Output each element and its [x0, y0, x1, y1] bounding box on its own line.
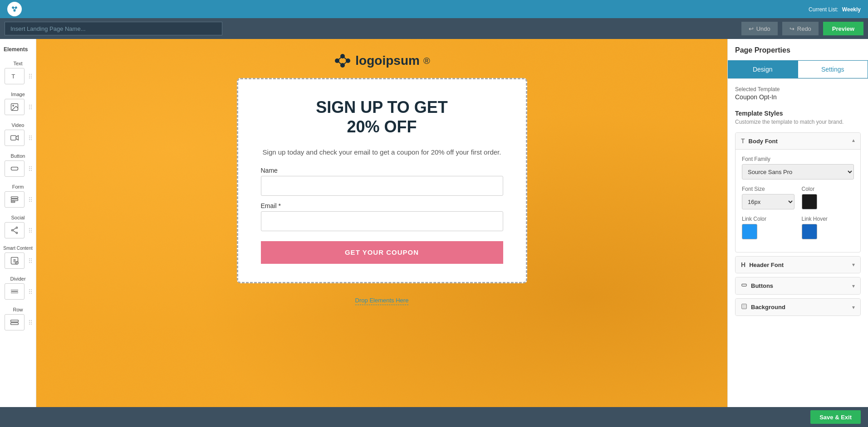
- elements-sidebar: Elements Text T Image Video: [0, 39, 36, 407]
- image-element-icon: [5, 99, 25, 115]
- coupon-subtext: Sign up today and check your email to ge…: [261, 147, 503, 158]
- smart-content-element-icon: [5, 252, 25, 269]
- color-col: Color: [802, 186, 854, 209]
- header-font-icon: H: [741, 261, 745, 268]
- sidebar-item-form[interactable]: Form: [0, 180, 36, 211]
- name-input[interactable]: [261, 176, 503, 196]
- template-styles-sub: Customize the template to match your bra…: [735, 119, 861, 125]
- sidebar-item-social[interactable]: Social: [0, 211, 36, 242]
- drop-zone-text: Drop Elements Here: [355, 297, 409, 305]
- svg-line-33: [343, 61, 348, 65]
- svg-point-15: [11, 229, 13, 231]
- save-exit-button[interactable]: Save & Exit: [810, 410, 861, 424]
- current-list-value: Weekly: [842, 6, 861, 13]
- background-icon: [741, 303, 747, 311]
- logo-text: logoipsum: [355, 53, 420, 68]
- buttons-icon: [741, 282, 747, 290]
- svg-line-17: [13, 228, 16, 230]
- row-element-icon: [5, 314, 25, 330]
- svg-text:T: T: [11, 73, 15, 80]
- undo-icon: ↩: [749, 25, 754, 32]
- undo-button[interactable]: ↩ Undo: [741, 22, 778, 35]
- sidebar-item-image[interactable]: Image: [0, 88, 36, 119]
- redo-button[interactable]: ↪ Redo: [782, 22, 819, 35]
- buttons-header[interactable]: Buttons ▾: [736, 277, 860, 294]
- current-list-label: Current List:: [809, 6, 838, 13]
- svg-rect-23: [11, 292, 18, 294]
- sidebar-item-video[interactable]: Video: [0, 119, 36, 150]
- background-section: Background ▾: [735, 298, 861, 316]
- svg-rect-34: [742, 284, 747, 286]
- header-font-section: H Header Font ▾: [735, 256, 861, 273]
- get-coupon-button[interactable]: GET YOUR COUPON: [261, 241, 503, 264]
- header-font-header[interactable]: H Header Font ▾: [736, 257, 860, 273]
- link-colors-row: Link Color Link Hover: [742, 216, 854, 239]
- main-area: Elements Text T Image Video: [0, 39, 868, 407]
- right-sidebar: Page Properties Design Settings Selected…: [727, 39, 868, 407]
- tab-design[interactable]: Design: [728, 60, 798, 78]
- properties-body: Selected Template Coupon Opt-In Template…: [728, 79, 868, 407]
- font-family-label: Font Family: [742, 156, 854, 162]
- font-family-select[interactable]: Source Sans Pro Arial Georgia Helvetica: [742, 164, 854, 180]
- link-hover-label: Link Hover: [802, 216, 854, 222]
- current-list-info: Current List: Weekly: [809, 5, 861, 13]
- toolbar: ↩ Undo ↪ Redo Preview: [0, 18, 868, 39]
- svg-rect-11: [11, 197, 18, 198]
- canvas-background: logoipsum ® SIGN UP TO GET 20% OFF Sign …: [36, 39, 727, 407]
- svg-line-18: [13, 231, 16, 233]
- template-styles-header: Template Styles: [735, 110, 861, 117]
- drag-handle-row: [29, 320, 32, 325]
- page-name-input[interactable]: [5, 22, 222, 35]
- color-swatch-text[interactable]: [802, 194, 817, 209]
- background-header[interactable]: Background ▾: [736, 299, 860, 315]
- email-form-group: Email *: [261, 202, 503, 231]
- buttons-section: Buttons ▾: [735, 277, 861, 295]
- link-color-col: Link Color: [742, 216, 794, 239]
- preview-button[interactable]: Preview: [823, 22, 863, 35]
- buttons-chevron: ▾: [852, 283, 855, 289]
- logo-area: logoipsum ®: [333, 53, 430, 69]
- link-hover-col: Link Hover: [802, 216, 854, 239]
- svg-rect-35: [742, 304, 747, 309]
- drag-handle-image: [29, 105, 32, 109]
- svg-rect-13: [11, 201, 15, 203]
- sidebar-item-smart-content[interactable]: Smart Content: [0, 242, 36, 272]
- color-swatch-link[interactable]: [742, 224, 757, 239]
- name-form-group: Name: [261, 167, 503, 196]
- divider-element-icon: [5, 283, 25, 300]
- selected-template-label: Selected Template: [735, 86, 861, 92]
- logo-container: logoipsum ®: [333, 53, 430, 69]
- sidebar-item-button[interactable]: Button: [0, 150, 36, 180]
- sidebar-item-divider[interactable]: Divider: [0, 272, 36, 303]
- drag-handle-video: [29, 136, 32, 140]
- sidebar-item-row[interactable]: Row: [0, 303, 36, 334]
- coupon-card: SIGN UP TO GET 20% OFF Sign up today and…: [237, 78, 527, 283]
- logo-trademark: ®: [423, 56, 430, 66]
- body-font-header[interactable]: T Body Font ▾: [736, 133, 860, 150]
- color-swatch-link-hover[interactable]: [802, 224, 817, 239]
- drag-handle-smart-content: [29, 258, 32, 263]
- font-size-select[interactable]: 16px 12px 14px 18px 20px: [742, 194, 794, 209]
- selected-template-value: Coupon Opt-In: [735, 93, 861, 101]
- sidebar-item-text[interactable]: Text T: [0, 57, 36, 88]
- body-font-chevron: ▾: [852, 138, 855, 144]
- font-size-label: Font Size: [742, 186, 794, 192]
- coupon-headline: SIGN UP TO GET 20% OFF: [261, 97, 503, 136]
- svg-line-31: [343, 56, 348, 61]
- drag-handle-form: [29, 197, 32, 202]
- svg-rect-10: [11, 167, 18, 170]
- body-font-icon: T: [741, 137, 745, 145]
- bottom-bar: Save & Exit: [0, 407, 868, 427]
- svg-rect-22: [11, 290, 18, 291]
- email-input[interactable]: [261, 211, 503, 231]
- social-element-icon: [5, 222, 25, 238]
- svg-line-32: [337, 61, 343, 65]
- email-label: Email *: [261, 202, 503, 209]
- link-color-label: Link Color: [742, 216, 794, 222]
- svg-point-16: [16, 232, 17, 233]
- redo-icon: ↪: [790, 25, 794, 32]
- button-element-icon: [5, 160, 25, 177]
- svg-point-8: [12, 105, 13, 107]
- tab-settings[interactable]: Settings: [798, 60, 868, 78]
- design-settings-tabs: Design Settings: [728, 60, 868, 79]
